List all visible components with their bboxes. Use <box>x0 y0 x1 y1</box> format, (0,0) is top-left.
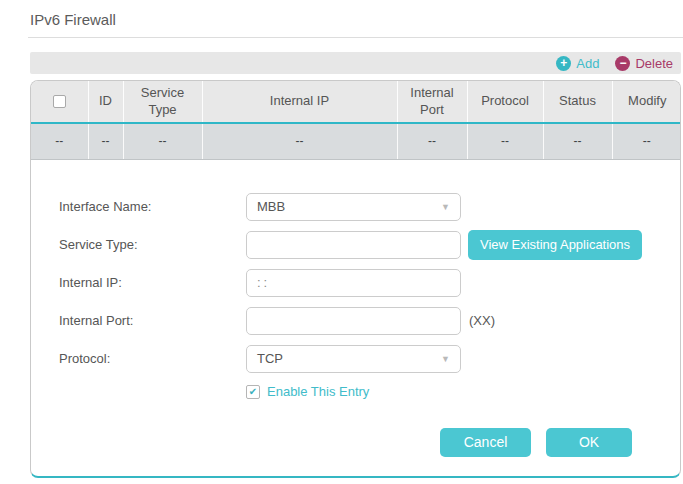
row-cell-protocol: -- <box>467 123 543 159</box>
row-cell-checkbox: -- <box>31 123 88 159</box>
service-type-label: Service Type: <box>59 237 246 252</box>
form-buttons: Cancel OK <box>59 428 680 457</box>
header-internal-ip: Internal IP <box>202 81 397 123</box>
interface-name-dropdown[interactable]: MBB ▼ <box>246 193 461 221</box>
header-service-type: Service Type <box>123 81 202 123</box>
row-cell-service-type: -- <box>123 123 202 159</box>
enable-entry-row: ✔ Enable This Entry <box>246 383 680 401</box>
title-divider <box>28 37 683 38</box>
row-cell-id: -- <box>88 123 123 159</box>
internal-port-row: Internal Port: (XX) <box>59 307 680 335</box>
internal-ip-row: Internal IP: <box>59 269 680 297</box>
add-button[interactable]: + Add <box>556 56 599 71</box>
view-existing-applications-button[interactable]: View Existing Applications <box>468 230 642 260</box>
delete-minus-icon: − <box>615 56 630 71</box>
delete-button[interactable]: − Delete <box>615 56 673 71</box>
header-id: ID <box>88 81 123 123</box>
enable-entry-label[interactable]: Enable This Entry <box>267 384 369 399</box>
internal-ip-input[interactable] <box>246 269 461 297</box>
chevron-down-icon: ▼ <box>441 354 450 364</box>
internal-ip-label: Internal IP: <box>59 275 246 290</box>
ipv6-firewall-page: IPv6 Firewall + Add − Delete ID Se <box>0 11 683 484</box>
row-cell-internal-port: -- <box>397 123 467 159</box>
protocol-dropdown[interactable]: TCP ▼ <box>246 345 461 373</box>
cancel-button[interactable]: Cancel <box>440 428 531 457</box>
add-button-label: Add <box>576 56 599 71</box>
service-type-input[interactable] <box>246 231 461 259</box>
protocol-value: TCP <box>257 351 283 366</box>
row-cell-internal-ip: -- <box>202 123 397 159</box>
header-status: Status <box>543 81 612 123</box>
protocol-label: Protocol: <box>59 351 246 366</box>
chevron-down-icon: ▼ <box>441 202 450 212</box>
internal-port-input[interactable] <box>246 307 461 335</box>
interface-name-label: Interface Name: <box>59 199 246 214</box>
enable-entry-checkbox[interactable]: ✔ <box>246 385 260 399</box>
service-type-row: Service Type: View Existing Applications <box>59 231 680 259</box>
table-toolbar: + Add − Delete <box>30 52 681 74</box>
add-plus-icon: + <box>556 56 571 71</box>
firewall-table: ID Service Type Internal IP Internal Por… <box>31 81 681 160</box>
interface-name-value: MBB <box>257 199 285 214</box>
header-checkbox-cell <box>31 81 88 123</box>
ok-button[interactable]: OK <box>546 428 632 457</box>
interface-name-row: Interface Name: MBB ▼ <box>59 193 680 221</box>
internal-port-label: Internal Port: <box>59 313 246 328</box>
protocol-row: Protocol: TCP ▼ <box>59 345 680 373</box>
header-protocol: Protocol <box>467 81 543 123</box>
row-cell-modify: -- <box>612 123 681 159</box>
delete-button-label: Delete <box>635 56 673 71</box>
header-internal-port: Internal Port <box>397 81 467 123</box>
select-all-checkbox[interactable] <box>53 95 66 108</box>
row-cell-status: -- <box>543 123 612 159</box>
table-header-row: ID Service Type Internal IP Internal Por… <box>31 81 681 123</box>
table-row: -- -- -- -- -- -- -- -- <box>31 123 681 159</box>
internal-port-hint: (XX) <box>469 313 495 328</box>
entry-form: Interface Name: MBB ▼ Service Type: View… <box>31 160 680 478</box>
page-title: IPv6 Firewall <box>30 11 683 28</box>
header-modify: Modify <box>612 81 681 123</box>
firewall-table-panel: ID Service Type Internal IP Internal Por… <box>30 80 681 478</box>
